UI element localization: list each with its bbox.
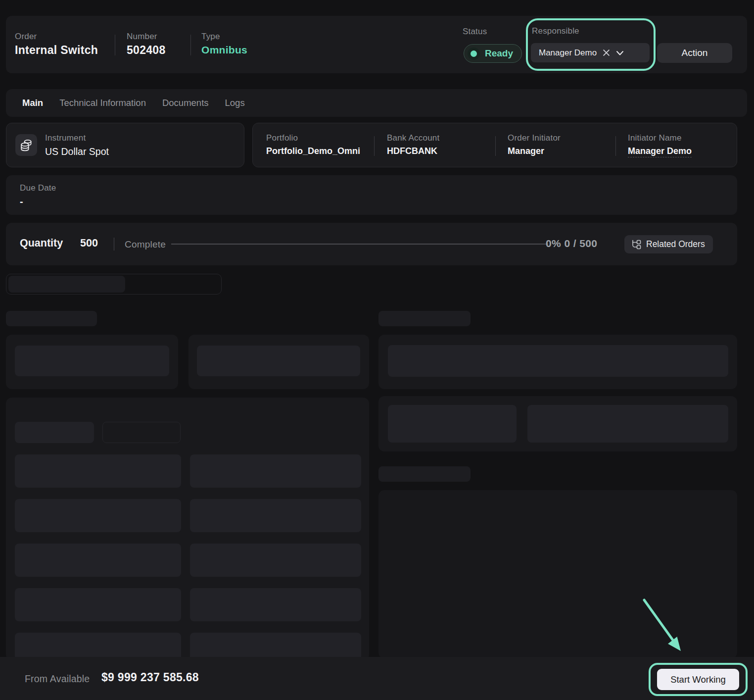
skeleton-row-cell [190, 588, 361, 621]
type-value: Omnibus [201, 44, 247, 56]
skeleton-label [378, 466, 471, 482]
info-divider [615, 136, 616, 156]
skeleton-row-cell [190, 454, 361, 488]
footer-bar: From Available $9 999 237 585.68 Start W… [0, 657, 754, 700]
skeleton-row-cell [15, 454, 181, 488]
clear-icon[interactable] [603, 49, 610, 56]
quantity-divider [114, 238, 114, 250]
tab-documents[interactable]: Documents [162, 98, 209, 108]
status-dot-icon [468, 48, 480, 60]
order-info-card: Portfolio Portfolio_Demo_Omni Bank Accou… [252, 123, 737, 167]
order-initiator-value: Manager [508, 146, 561, 156]
coins-icon [15, 134, 37, 156]
due-date-value: - [20, 196, 23, 207]
due-date-label: Due Date [20, 183, 56, 193]
initiator-name-label: Initiator Name [628, 133, 692, 143]
status-label: Status [463, 27, 487, 37]
skeleton-row-cell [15, 588, 181, 621]
portfolio-label: Portfolio [266, 133, 360, 143]
skeleton-card [6, 335, 178, 389]
skeleton-row-cell [15, 633, 181, 660]
related-orders-icon [631, 240, 641, 250]
responsible-label: Responsible [532, 26, 579, 36]
skeleton-field-fill [8, 276, 125, 293]
tab-main[interactable]: Main [22, 98, 43, 108]
skeleton-field-outline [6, 274, 222, 295]
skeleton-chip [15, 422, 94, 443]
skeleton-label [378, 311, 471, 326]
bank-account-value: HDFCBANK [387, 146, 439, 156]
skeleton-card [378, 335, 737, 389]
number-value: 502408 [127, 44, 166, 57]
skeleton-row-cell [15, 499, 181, 532]
quantity-value: 500 [80, 237, 98, 250]
skeleton-card [188, 335, 369, 389]
instrument-value: US Dollar Spot [45, 146, 109, 157]
quantity-label: Quantity [20, 237, 63, 250]
portfolio-value: Portfolio_Demo_Omni [266, 146, 360, 156]
order-value: Internal Switch [15, 44, 98, 57]
tab-logs[interactable]: Logs [225, 98, 245, 108]
bank-account-label: Bank Account [387, 133, 439, 143]
order-label: Order [15, 32, 37, 42]
skeleton-label [6, 311, 97, 326]
action-button[interactable]: Action [657, 43, 732, 63]
quantity-card: Quantity 500 Complete 0% 0 / 500 Related… [6, 223, 737, 265]
progress-percent: 0% 0 / 500 [546, 238, 597, 250]
type-label: Type [201, 32, 220, 42]
responsible-value: Manager Demo [539, 48, 597, 58]
skeleton-row-cell [190, 544, 361, 577]
from-available-value: $9 999 237 585.68 [101, 671, 199, 684]
due-date-card: Due Date - [6, 175, 737, 215]
skeleton-card [378, 396, 737, 451]
skeleton-row-cell [15, 544, 181, 577]
order-initiator-label: Order Initiator [508, 133, 561, 143]
skeleton-row-cell [190, 499, 361, 532]
header-divider [190, 35, 191, 55]
skeleton-row-cell [190, 633, 361, 660]
related-orders-label: Related Orders [646, 239, 705, 250]
order-details-page: Order Internal Switch Number 502408 Type… [0, 0, 754, 700]
related-orders-button[interactable]: Related Orders [624, 235, 713, 253]
number-label: Number [127, 32, 157, 42]
instrument-label: Instrument [45, 133, 109, 143]
responsible-dropdown[interactable]: Manager Demo [531, 43, 650, 62]
status-value: Ready [485, 48, 513, 59]
skeleton-chip-outline [102, 422, 181, 443]
order-header-card: Order Internal Switch Number 502408 Type… [6, 16, 747, 73]
instrument-card: Instrument US Dollar Spot [6, 123, 244, 167]
start-working-highlight-ring: Start Working [649, 663, 748, 696]
start-working-button[interactable]: Start Working [657, 669, 739, 690]
chevron-down-icon[interactable] [616, 50, 624, 56]
info-divider [374, 136, 375, 156]
progress-track [171, 244, 548, 245]
from-available-label: From Available [25, 673, 90, 685]
tab-bar: Main Technical Information Documents Log… [6, 89, 747, 117]
info-divider [495, 136, 496, 156]
annotation-arrow-icon [633, 589, 693, 656]
tab-technical-information[interactable]: Technical Information [59, 98, 146, 108]
status-badge: Ready [464, 44, 522, 63]
skeleton-table-panel [6, 398, 369, 660]
initiator-name-value: Manager Demo [628, 146, 692, 157]
complete-label: Complete [125, 239, 166, 250]
header-divider [115, 35, 115, 55]
